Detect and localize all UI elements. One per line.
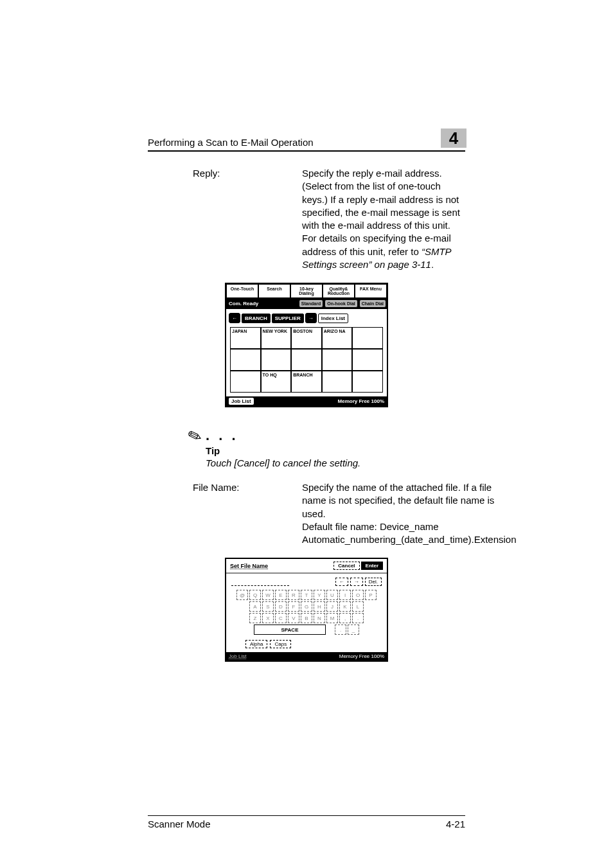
onetouch-key[interactable] xyxy=(322,349,353,371)
onetouch-key[interactable]: ARIZO NA xyxy=(322,327,353,349)
onetouch-key[interactable]: JAPAN xyxy=(230,327,261,349)
mode-standard-button[interactable]: Standard xyxy=(299,299,323,308)
filename-para1: Specify the name of the attached file. I… xyxy=(302,482,494,519)
onscreen-keyboard: @QWERTYUIOP ASDFGHJKL ZXCVBNM,. SPACE . … xyxy=(226,590,387,640)
onetouch-key[interactable]: NEW YORK xyxy=(261,327,292,349)
reply-description: Specify the reply e-mail address. (Selec… xyxy=(302,167,465,271)
keyboard-key[interactable]: U xyxy=(326,590,338,600)
keyboard-key[interactable]: D xyxy=(275,601,287,612)
onetouch-key[interactable] xyxy=(230,371,261,393)
keyboard-key[interactable]: Q xyxy=(249,590,261,600)
keyboard-key[interactable]: E xyxy=(275,590,287,600)
underscore-key[interactable]: _ xyxy=(348,624,359,635)
keyboard-key[interactable]: I xyxy=(339,590,351,600)
ellipsis-icon: . . . xyxy=(206,427,238,444)
onetouch-key[interactable] xyxy=(322,371,353,393)
tip-heading: Tip xyxy=(206,445,465,456)
onetouch-key[interactable] xyxy=(352,327,383,349)
chapter-number-badge: 4 xyxy=(441,128,466,148)
keyboard-key[interactable]: O xyxy=(352,590,364,600)
mode-chain-dial-button[interactable]: Chain Dial xyxy=(359,299,386,308)
keyboard-key[interactable]: V xyxy=(288,613,299,623)
index-list-button[interactable]: Index List xyxy=(318,314,348,323)
mode-onhook-dial-button[interactable]: On-hook Dial xyxy=(324,299,358,308)
onetouch-key[interactable] xyxy=(291,349,322,371)
keyboard-key[interactable]: @ xyxy=(236,590,248,600)
screen-title: Set File Name xyxy=(230,563,268,569)
space-key[interactable]: SPACE xyxy=(254,624,326,635)
job-list-button[interactable]: Job List xyxy=(229,398,254,405)
alpha-mode-button[interactable]: Alpha xyxy=(245,640,267,648)
onetouch-key[interactable] xyxy=(230,349,261,371)
onetouch-key[interactable]: BRANCH xyxy=(291,371,322,393)
keyboard-key[interactable]: C xyxy=(275,613,287,623)
tab-quality-reduction[interactable]: Quality& Reduction xyxy=(323,284,355,298)
tab-10key-dialing[interactable]: 10-key Dialing xyxy=(290,284,323,298)
cursor-right-button[interactable]: → xyxy=(350,578,363,586)
section-title: Performing a Scan to E-Mail Operation xyxy=(148,137,314,148)
keyboard-key[interactable]: G xyxy=(301,601,312,612)
caps-mode-button[interactable]: Caps xyxy=(270,640,291,648)
keyboard-key[interactable]: L xyxy=(352,601,364,612)
keyboard-key[interactable]: M xyxy=(326,613,338,623)
keyboard-key[interactable]: T xyxy=(301,590,312,600)
keyboard-key[interactable]: Z xyxy=(249,613,261,623)
index-branch-button[interactable]: BRANCH xyxy=(242,314,271,323)
reply-text-end: . xyxy=(431,259,434,270)
onetouch-grid: JAPAN NEW YORK BOSTON ARIZO NA TO HQ BRA… xyxy=(230,327,383,393)
onetouch-key[interactable] xyxy=(261,349,292,371)
onetouch-key[interactable]: TO HQ xyxy=(261,371,292,393)
filename-description: Specify the name of the attached file. I… xyxy=(302,481,517,546)
status-com-ready: Com. Ready xyxy=(226,298,298,309)
cancel-button[interactable]: Cancel xyxy=(333,562,359,570)
keyboard-key[interactable]: N xyxy=(314,613,325,623)
enter-button[interactable]: Enter xyxy=(361,562,383,570)
pen-icon: ✎ xyxy=(184,425,204,448)
delete-button[interactable]: Del. xyxy=(365,578,382,586)
tab-one-touch[interactable]: One-Touch xyxy=(226,284,258,298)
tip-body: Touch [Cancel] to cancel the setting. xyxy=(206,457,465,468)
tab-fax-menu[interactable]: FAX Menu xyxy=(355,284,387,298)
footer-page-number: 4-21 xyxy=(446,819,465,829)
keyboard-key[interactable]: R xyxy=(288,590,299,600)
memory-free-indicator: Memory Free 100% xyxy=(338,398,384,404)
arrow-left-icon[interactable]: ← xyxy=(229,313,240,323)
keyboard-key[interactable]: X xyxy=(262,613,274,623)
footer-left: Scanner Mode xyxy=(148,819,211,829)
device-screen-onetouch: One-Touch Search 10-key Dialing Quality&… xyxy=(225,283,388,407)
period-key[interactable]: . xyxy=(335,624,346,635)
keyboard-key[interactable]: Y xyxy=(314,590,325,600)
tab-search[interactable]: Search xyxy=(258,284,290,298)
index-supplier-button[interactable]: SUPPLIER xyxy=(272,314,304,323)
keyboard-key[interactable]: P xyxy=(365,590,377,600)
keyboard-key[interactable]: S xyxy=(262,601,274,612)
keyboard-key[interactable]: , xyxy=(339,613,351,623)
keyboard-key[interactable]: . xyxy=(352,613,364,623)
onetouch-key[interactable] xyxy=(352,349,383,371)
keyboard-key[interactable]: J xyxy=(326,601,338,612)
filename-label: File Name: xyxy=(193,481,302,546)
keyboard-key[interactable]: F xyxy=(288,601,299,612)
keyboard-key[interactable]: K xyxy=(339,601,351,612)
keyboard-key[interactable]: A xyxy=(249,601,261,612)
device-screen-set-file-name: Set File Name Cancel Enter ← → Del. @QWE… xyxy=(225,558,388,662)
filename-input[interactable] xyxy=(231,578,289,586)
keyboard-key[interactable]: B xyxy=(301,613,312,623)
onetouch-key[interactable]: BOSTON xyxy=(291,327,322,349)
keyboard-key[interactable]: W xyxy=(262,590,274,600)
filename-para2: Default file name: Device_name Automatic… xyxy=(302,521,517,545)
onetouch-key[interactable] xyxy=(352,371,383,393)
reply-text-main: Specify the reply e-mail address. (Selec… xyxy=(302,168,460,257)
reply-label: Reply: xyxy=(193,167,302,271)
cursor-left-button[interactable]: ← xyxy=(335,578,348,586)
job-list-button[interactable]: Job List xyxy=(229,653,247,659)
keyboard-key[interactable]: H xyxy=(314,601,325,612)
memory-free-indicator: Memory Free 100% xyxy=(339,653,384,659)
arrow-right-icon[interactable]: → xyxy=(305,313,317,323)
